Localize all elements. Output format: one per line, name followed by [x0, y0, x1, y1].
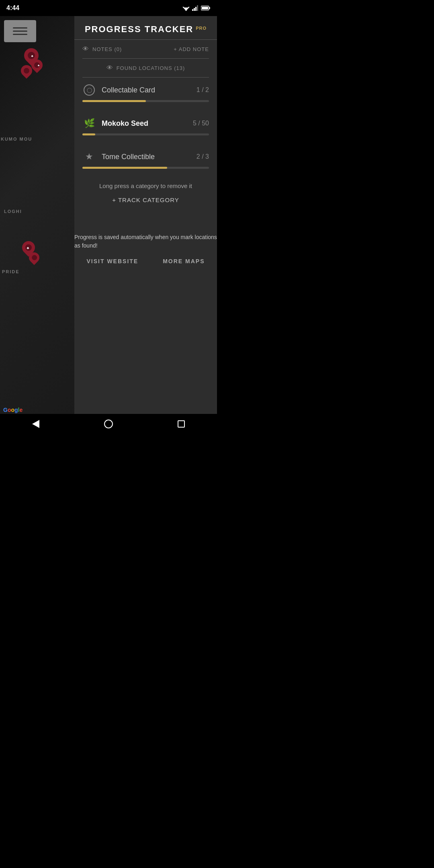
add-note-button[interactable]: + ADD NOTE [174, 46, 209, 52]
category-item-mokoko-seed[interactable]: 🌿 Mokoko Seed 5 / 50 [74, 111, 217, 144]
google-logo: Google [3, 407, 23, 413]
found-locations-text: FOUND LOCATIONS (13) [117, 65, 185, 71]
mokoko-seed-progress-fill [82, 133, 95, 135]
category-item-tome-collectible[interactable]: ★ Tome Collectible 2 / 3 [74, 144, 217, 178]
recent-apps-button[interactable] [178, 420, 185, 428]
star-icon: ★ [85, 151, 93, 162]
mokoko-seed-icon: 🌿 [82, 117, 96, 130]
visit-website-button[interactable]: VISIT WEBSITE [86, 258, 138, 264]
back-button[interactable] [32, 420, 39, 428]
category-item-collectable-card[interactable]: ◯ Collectable Card 1 / 2 [74, 78, 217, 111]
categories-list: ◯ Collectable Card 1 / 2 🌿 Mokoko Seed 5… [74, 78, 217, 418]
svg-rect-9 [209, 7, 210, 9]
track-category-button[interactable]: + TRACK CATEGORY [74, 191, 217, 209]
battery-icon [201, 5, 211, 11]
status-bar: 4:44 [0, 0, 217, 16]
collectable-card-progress-fill [82, 100, 146, 102]
found-eye-icon: 👁 [106, 64, 113, 72]
bottom-spacer [74, 264, 217, 272]
hint-text: Long press a category to remove it [74, 178, 217, 191]
map-background: ♣ ♣ NKUMO MOU LOGHI ♣ PRIDE Google [0, 16, 74, 418]
mokoko-seed-count: 5 / 50 [193, 120, 209, 127]
wifi-icon [182, 5, 190, 11]
recent-icon [178, 420, 185, 428]
map-label-pride: PRIDE [2, 269, 20, 274]
home-button[interactable] [104, 420, 113, 428]
collectable-card-icon: ◯ [82, 83, 96, 97]
bottom-buttons: VISIT WEBSITE MORE MAPS [74, 258, 217, 264]
map-marker-3 [21, 65, 32, 76]
more-maps-button[interactable]: MORE MAPS [163, 258, 205, 264]
map-marker-5 [29, 252, 39, 263]
auto-save-text: Progress is saved automatically when you… [74, 233, 217, 250]
notes-label: 👁 NOTES (0) [82, 45, 122, 53]
svg-rect-6 [195, 7, 197, 11]
notes-row: 👁 NOTES (0) + ADD NOTE [74, 40, 217, 58]
svg-rect-5 [194, 8, 195, 11]
collectable-card-name: Collectable Card [102, 86, 191, 94]
mokoko-seed-name: Mokoko Seed [102, 119, 187, 128]
mokoko-seed-progress-bg [82, 133, 209, 135]
eye-icon: 👁 [82, 45, 89, 53]
found-locations-row: 👁 FOUND LOCATIONS (13) [74, 59, 217, 77]
tome-collectible-count: 2 / 3 [197, 153, 209, 160]
card-circle-icon: ◯ [84, 84, 95, 96]
tome-collectible-icon: ★ [82, 150, 96, 164]
signal-icon [192, 5, 199, 11]
tome-collectible-name: Tome Collectible [102, 153, 191, 161]
status-icons [182, 5, 211, 11]
spacer [74, 209, 217, 233]
map-marker-2: ♣ [31, 59, 43, 71]
map-label-nkumo: NKUMO MOU [0, 137, 32, 141]
svg-rect-10 [202, 7, 208, 9]
map-label-loghi: LOGHI [4, 209, 22, 214]
nav-bar [0, 414, 217, 434]
svg-rect-7 [197, 5, 198, 11]
svg-rect-4 [192, 9, 193, 11]
tracker-panel: PROGRESS TRACKERPRO 👁 NOTES (0) + ADD NO… [74, 16, 217, 418]
tracker-header: PROGRESS TRACKERPRO [74, 16, 217, 39]
back-icon [32, 420, 39, 428]
tome-collectible-progress-fill [82, 167, 167, 169]
notes-text: NOTES (0) [92, 46, 122, 52]
pro-badge: PRO [196, 26, 207, 31]
tracker-title: PROGRESS TRACKER [85, 24, 193, 34]
status-time: 4:44 [6, 4, 19, 12]
collectable-card-progress-bg [82, 100, 209, 102]
menu-button[interactable] [4, 20, 36, 42]
home-icon [104, 420, 113, 428]
seed-leaf-icon: 🌿 [84, 118, 95, 129]
tome-collectible-progress-bg [82, 167, 209, 169]
collectable-card-count: 1 / 2 [197, 86, 209, 94]
